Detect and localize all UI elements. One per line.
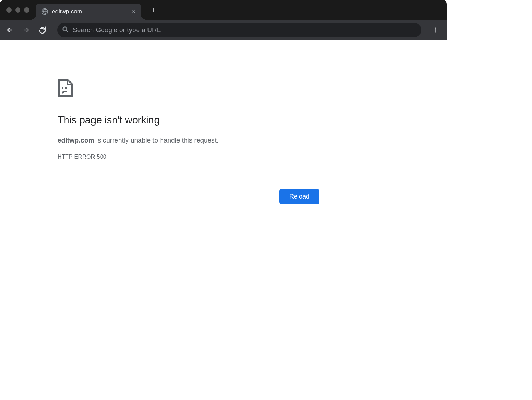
svg-point-4 (435, 31, 436, 32)
error-title: This page isn't working (58, 114, 319, 126)
reload-nav-button[interactable] (35, 22, 50, 38)
window-controls (0, 0, 36, 20)
tab-title: editwp.com (52, 8, 130, 15)
error-message: is currently unable to handle this reque… (95, 137, 219, 144)
error-domain: editwp.com (58, 137, 95, 144)
titlebar: editwp.com (0, 0, 447, 20)
new-tab-button[interactable] (148, 4, 160, 16)
browser-tab[interactable]: editwp.com (36, 4, 141, 20)
browser-window: editwp.com (0, 0, 447, 335)
error-container: This page isn't working editwp.com is cu… (58, 79, 319, 204)
back-button[interactable] (2, 22, 18, 38)
error-code: HTTP ERROR 500 (58, 154, 319, 160)
sad-page-icon (58, 79, 319, 99)
url-input[interactable] (73, 26, 416, 34)
forward-button[interactable] (18, 22, 34, 38)
window-minimize-button[interactable] (15, 7, 20, 13)
reload-button[interactable]: Reload (279, 189, 319, 204)
page-content: This page isn't working editwp.com is cu… (0, 40, 447, 335)
toolbar (0, 20, 447, 40)
search-icon (62, 26, 68, 34)
error-description: editwp.com is currently unable to handle… (58, 136, 319, 145)
tab-close-button[interactable] (130, 8, 137, 15)
window-maximize-button[interactable] (24, 7, 29, 13)
reload-row: Reload (58, 189, 319, 204)
svg-point-2 (435, 28, 436, 29)
svg-rect-6 (65, 87, 67, 89)
window-close-button[interactable] (6, 7, 12, 13)
globe-icon (41, 8, 48, 15)
menu-button[interactable] (428, 22, 443, 38)
omnibox[interactable] (57, 23, 421, 37)
svg-rect-5 (62, 87, 63, 89)
svg-point-3 (435, 29, 436, 30)
